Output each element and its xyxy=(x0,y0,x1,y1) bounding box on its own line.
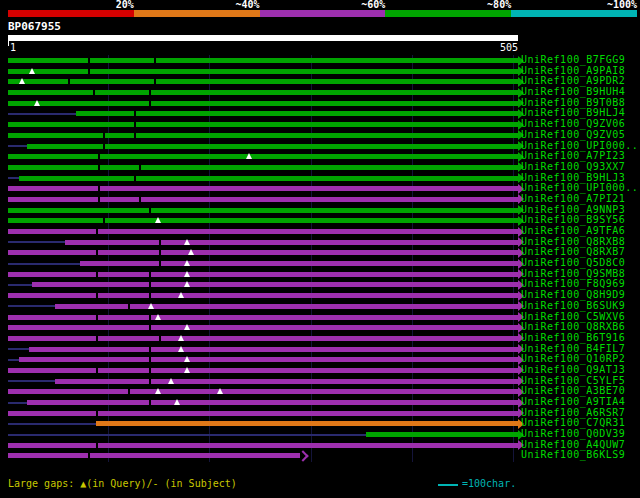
query-gap-marker xyxy=(148,303,154,309)
coverage-line xyxy=(8,305,55,307)
alignment-bar[interactable] xyxy=(8,58,518,63)
alignment-bar[interactable] xyxy=(8,79,518,84)
query-gap-marker xyxy=(184,356,190,362)
coverage-line xyxy=(8,359,19,361)
alignment-bar[interactable] xyxy=(8,272,518,277)
scale-segment-label: ~80% xyxy=(487,0,511,10)
alignment-rows: UniRef100_B7FGG9UniRef100_A9PAI8UniRef10… xyxy=(0,55,640,462)
subject-gap-marker xyxy=(149,90,151,95)
subject-gap-marker xyxy=(149,315,151,320)
scale-legend-label: =100char. xyxy=(462,478,516,490)
alignment-bar[interactable] xyxy=(8,315,518,320)
coverage-line xyxy=(8,380,55,382)
identity-scale: 20%~40%~60%~80%~100% xyxy=(8,0,637,18)
alignment-bar[interactable] xyxy=(8,101,518,106)
alignment-bar[interactable] xyxy=(8,389,518,394)
subject-gap-marker xyxy=(93,90,95,95)
subject-gap-marker xyxy=(96,250,98,255)
alignment-bar[interactable] xyxy=(55,379,519,384)
query-gap-marker xyxy=(29,68,35,74)
alignment-bar[interactable] xyxy=(8,336,518,341)
subject-gap-marker xyxy=(96,315,98,320)
subject-gap-marker xyxy=(128,389,130,394)
alignment-bar[interactable] xyxy=(8,368,518,373)
query-gap-marker xyxy=(184,281,190,287)
alignment-bar[interactable] xyxy=(27,400,518,405)
coverage-line xyxy=(8,145,27,147)
scale-segment xyxy=(511,10,637,17)
hit-label[interactable]: UniRef100_Q9ZV05 xyxy=(521,130,625,141)
coverage-line xyxy=(8,241,65,243)
query-gap-marker xyxy=(188,249,194,255)
alignment-bar[interactable] xyxy=(32,282,518,287)
alignment-bar[interactable] xyxy=(19,357,518,362)
alignment-bar[interactable] xyxy=(19,176,518,181)
alignment-bar[interactable] xyxy=(8,443,518,448)
alignment-bar[interactable] xyxy=(8,229,518,234)
subject-gap-marker xyxy=(139,197,141,202)
alignment-bar[interactable] xyxy=(8,122,518,127)
alignment-bar[interactable] xyxy=(8,69,518,74)
subject-gap-marker xyxy=(159,240,161,245)
coverage-line xyxy=(8,348,29,350)
alignment-bar[interactable] xyxy=(8,293,518,298)
alignment-bar[interactable] xyxy=(8,186,518,191)
query-gap-marker xyxy=(174,399,180,405)
alignment-bar[interactable] xyxy=(65,240,518,245)
hit-label[interactable]: UniRef100_B6KLS9 xyxy=(521,450,625,461)
subject-gap-marker xyxy=(103,144,105,149)
alignment-bar[interactable] xyxy=(8,453,300,458)
subject-gap-marker xyxy=(88,69,90,74)
subject-gap-marker xyxy=(96,229,98,234)
alignment-bar[interactable] xyxy=(76,111,518,116)
query-end-label: 505 xyxy=(500,43,518,53)
alignment-bar[interactable] xyxy=(366,432,518,437)
alignment-bar[interactable] xyxy=(8,325,518,330)
alignment-row: UniRef100_Q93XX7 xyxy=(0,162,640,173)
alignment-row: UniRef100_B6SUK9 xyxy=(0,301,640,312)
subject-gap-marker xyxy=(88,453,90,458)
subject-gap-marker xyxy=(149,325,151,330)
subject-gap-marker xyxy=(98,165,100,170)
subject-gap-marker xyxy=(134,133,136,138)
subject-gap-marker xyxy=(96,443,98,448)
alignment-bar[interactable] xyxy=(55,304,519,309)
subject-gap-marker xyxy=(68,79,70,84)
query-gap-marker xyxy=(178,346,184,352)
large-gaps-legend: Large gaps: ▲(in Query)/- (in Subject) xyxy=(8,478,237,490)
query-gap-marker xyxy=(178,335,184,341)
hit-label[interactable]: UniRef100_B6SUK9 xyxy=(521,301,625,312)
subject-gap-marker xyxy=(159,261,161,266)
alignment-bar[interactable] xyxy=(8,154,518,159)
hit-label[interactable]: UniRef100_B6T916 xyxy=(521,333,625,344)
alignment-bar[interactable] xyxy=(29,347,518,352)
subject-gap-marker xyxy=(103,133,105,138)
scale-legend-line-icon xyxy=(438,484,458,486)
alignment-bar[interactable] xyxy=(8,197,518,202)
alignment-bar[interactable] xyxy=(8,165,518,170)
subject-gap-marker xyxy=(149,357,151,362)
query-gap-marker xyxy=(168,378,174,384)
subject-gap-marker xyxy=(103,218,105,223)
query-gap-marker xyxy=(184,260,190,266)
subject-gap-marker xyxy=(96,272,98,277)
coverage-line xyxy=(8,113,76,115)
alignment-bar[interactable] xyxy=(8,90,518,95)
scale-segment-label: 20% xyxy=(116,0,134,10)
alignment-row: UniRef100_Q9ZV05 xyxy=(0,130,640,141)
alignment-bar[interactable] xyxy=(8,208,518,213)
subject-gap-marker xyxy=(128,304,130,309)
alignment-bar[interactable] xyxy=(8,133,518,138)
coverage-line xyxy=(8,263,80,265)
scale-segment xyxy=(385,10,511,17)
alignment-bar[interactable] xyxy=(27,144,518,149)
coverage-line xyxy=(8,402,27,404)
alignment-bar[interactable] xyxy=(80,261,518,266)
alignment-bar[interactable] xyxy=(96,421,518,426)
alignment-bar[interactable] xyxy=(8,411,518,416)
subject-gap-marker xyxy=(149,347,151,352)
subject-gap-marker xyxy=(149,379,151,384)
hit-label[interactable]: UniRef100_Q93XX7 xyxy=(521,162,625,173)
alignment-bar[interactable] xyxy=(8,218,518,223)
alignment-bar[interactable] xyxy=(8,250,518,255)
